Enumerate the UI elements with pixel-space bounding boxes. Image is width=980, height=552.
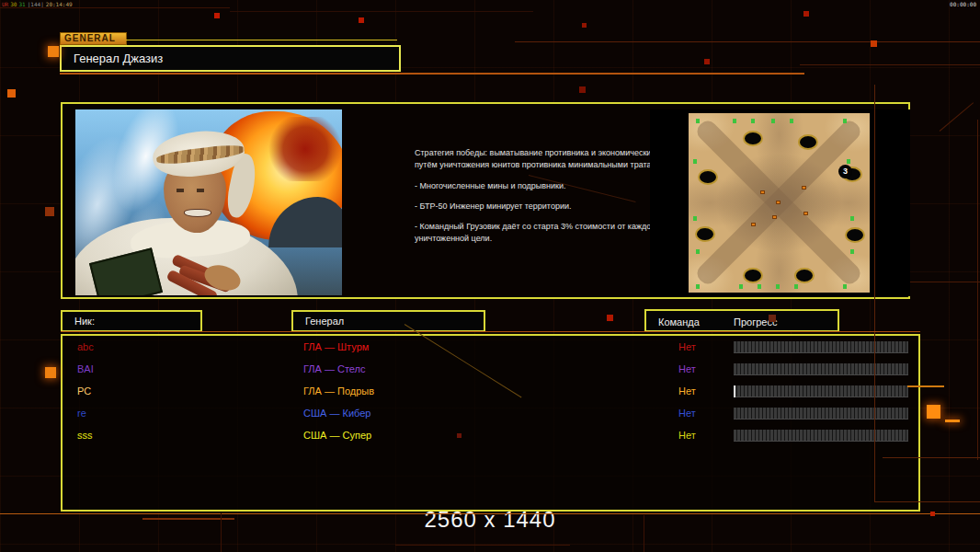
table-row[interactable]: reСША — КиберНет [63, 403, 918, 425]
decor-square [579, 86, 586, 93]
decor-square [704, 59, 710, 64]
decor-square [359, 17, 364, 23]
map-unit-marker [847, 159, 850, 164]
decor-square [45, 367, 56, 378]
decor-square [769, 315, 776, 322]
decor-line [0, 513, 980, 514]
player-team: Нет [678, 408, 696, 419]
map-unit-marker [733, 119, 736, 123]
player-nick: abc [77, 341, 94, 352]
portrait-eyes [177, 189, 213, 192]
map-resource-marker [802, 186, 806, 190]
table-row[interactable]: sssСША — СуперНет [63, 425, 918, 447]
match-timer: 00:00:00 [950, 1, 976, 7]
player-team: Нет [678, 430, 696, 441]
map-start-position [798, 134, 818, 150]
map-unit-marker [794, 284, 798, 289]
map-resource-marker [760, 190, 765, 194]
map-resource-marker [776, 201, 781, 204]
map-unit-marker [790, 119, 793, 123]
player-general: ГЛА — Штурм [303, 341, 369, 352]
map-start-position [743, 131, 763, 146]
player-general: ГЛА — Стелс [303, 363, 366, 374]
map-resource-marker [751, 223, 756, 226]
table-row[interactable]: abcГЛА — ШтурмНет [63, 337, 918, 359]
decor-line [910, 282, 980, 282]
decor-line [126, 40, 397, 40]
debug-part: |144| [28, 1, 44, 7]
debug-clock: 20:14:49 [46, 1, 73, 7]
column-header-team: Команда [658, 313, 700, 331]
player-nick: re [77, 408, 86, 419]
general-info-panel: Стратегия победы: выматывание противника… [61, 102, 910, 299]
player-team: Нет [678, 385, 696, 397]
decor-square [871, 40, 877, 47]
map-resource-marker [803, 212, 808, 215]
decor-line [395, 545, 570, 546]
portrait-grin [184, 209, 211, 217]
column-header-general: Генерал [291, 310, 485, 332]
map-unit-marker [696, 284, 700, 289]
decor-line [60, 73, 804, 75]
decor-square [214, 13, 220, 18]
resolution-label: 2560 x 1440 [0, 507, 980, 533]
map-start-position [698, 169, 718, 185]
debug-stats: UR3031|144|20:14:49 [2, 1, 74, 7]
decor-square [927, 405, 940, 419]
player-table: abcГЛА — ШтурмНетBAIГЛА — СтелсНетPCГЛА … [61, 334, 920, 512]
player-nick: PC [77, 385, 91, 397]
map-unit-marker [696, 249, 700, 254]
decor-square [48, 46, 59, 57]
decor-square [945, 420, 960, 422]
column-header-nick: Ник: [61, 310, 202, 332]
general-name-title: Генерал Джазиз [60, 45, 401, 72]
progress-bar [734, 341, 908, 353]
start-position-badge: 3 [838, 165, 852, 178]
player-general: США — Кибер [303, 408, 370, 419]
decor-line [977, 120, 978, 460]
map-start-position [845, 227, 865, 243]
decor-line [874, 85, 875, 501]
map-unit-marker [693, 159, 697, 164]
decor-square [45, 207, 54, 216]
map-unit-marker [693, 216, 697, 221]
decor-diagonal-line [940, 102, 974, 132]
map-start-position [695, 226, 715, 242]
map-unit-marker [758, 284, 761, 289]
debug-part: 31 [18, 1, 25, 7]
map-unit-marker [696, 119, 700, 123]
debug-part: UR [2, 1, 8, 7]
decor-line [61, 331, 920, 332]
map-unit-marker [751, 119, 755, 123]
map-resource-marker [772, 215, 777, 219]
portrait-explosion-core [268, 117, 342, 181]
general-portrait [75, 109, 342, 295]
decor-square [582, 23, 587, 28]
minimap: 3 [689, 113, 870, 293]
minimap-panel: 3 [650, 109, 910, 296]
map-start-position [794, 268, 815, 283]
decor-line [883, 457, 980, 458]
player-general: ГЛА — Подрыв [303, 385, 374, 397]
decor-line [0, 7, 230, 8]
debug-part: 30 [10, 1, 17, 7]
map-unit-marker [776, 284, 780, 289]
player-nick: BAI [77, 363, 94, 374]
decor-line [800, 64, 980, 65]
decor-line [874, 501, 980, 502]
decor-square [457, 433, 462, 438]
map-unit-marker [843, 284, 847, 289]
map-unit-marker [850, 216, 854, 221]
decor-square [607, 315, 613, 321]
player-team: Нет [678, 341, 696, 352]
player-team: Нет [678, 363, 696, 374]
progress-caret [734, 385, 735, 397]
table-row[interactable]: PCГЛА — ПодрывНет [63, 381, 918, 403]
map-unit-marker [850, 249, 854, 254]
decor-square [7, 89, 16, 98]
decor-line [221, 513, 222, 552]
progress-bar [734, 408, 908, 420]
decor-square [803, 11, 809, 17]
progress-bar [734, 363, 908, 375]
column-header-team-progress: Команда Прогресс [644, 309, 839, 332]
